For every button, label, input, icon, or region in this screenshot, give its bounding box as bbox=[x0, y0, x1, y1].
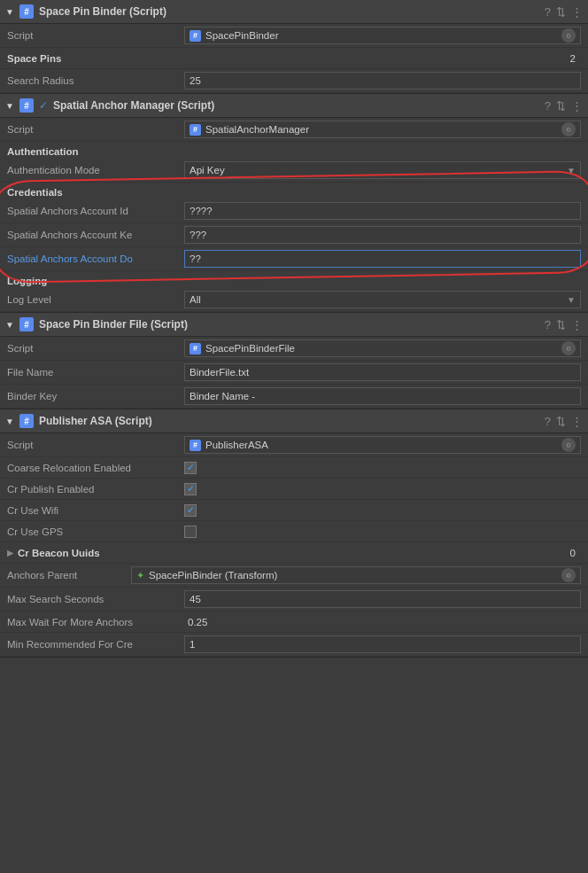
log-level-value: All bbox=[190, 294, 201, 305]
script-select-btn-3[interactable]: ○ bbox=[561, 341, 576, 355]
panel-header-icons-4: ? ⇅ ⋮ bbox=[545, 415, 583, 428]
account-key-input[interactable] bbox=[184, 226, 581, 244]
script-value-container-2[interactable]: # SpatialAnchorManager ○ bbox=[184, 121, 581, 138]
account-id-label: Spatial Anchors Account Id bbox=[7, 206, 184, 216]
help-icon-3[interactable]: ? bbox=[545, 318, 551, 331]
anchors-parent-label: Anchors Parent bbox=[7, 570, 131, 581]
account-domain-input[interactable] bbox=[184, 250, 581, 268]
script-row-2: Script # SpatialAnchorManager ○ bbox=[0, 118, 588, 142]
search-radius-label: Search Radius bbox=[7, 75, 184, 86]
space-pin-binder-file-header: ▼ # Space Pin Binder File (Script) ? ⇅ ⋮ bbox=[0, 313, 588, 337]
hash-icon: # bbox=[19, 4, 34, 19]
cr-publish-label: Cr Publish Enabled bbox=[7, 484, 184, 495]
coarse-relocation-label: Coarse Relocation Enabled bbox=[7, 463, 184, 473]
max-wait-value: 0.25 bbox=[184, 617, 581, 627]
cr-beacon-uuids-row: ▶ Cr Beacon Uuids 0 bbox=[0, 542, 588, 564]
script-name-3: SpacePinBinderFile bbox=[205, 343, 557, 354]
account-id-input[interactable] bbox=[184, 202, 581, 220]
script-hash-icon: # bbox=[190, 30, 201, 42]
anchors-parent-value: SpacePinBinder (Transform) bbox=[149, 570, 557, 581]
publisher-asa-panel: ▼ # Publisher ASA (Script) ? ⇅ ⋮ Script … bbox=[0, 409, 588, 658]
credentials-section: Credentials bbox=[0, 183, 588, 199]
enabled-checkmark[interactable]: ✓ bbox=[39, 99, 48, 112]
space-pin-binder-panel: ▼ # Space Pin Binder (Script) ? ⇅ ⋮ Scri… bbox=[0, 0, 588, 94]
script-value-container[interactable]: # SpacePinBinder ○ bbox=[184, 27, 581, 44]
cr-use-wifi-label: Cr Use Wifi bbox=[7, 505, 184, 516]
settings-icon-2[interactable]: ⇅ bbox=[556, 99, 566, 113]
cr-beacon-label-container: ▶ Cr Beacon Uuids bbox=[7, 548, 570, 558]
cr-beacon-arrow[interactable]: ▶ bbox=[7, 549, 13, 557]
more-icon-2[interactable]: ⋮ bbox=[571, 99, 583, 113]
script-value-container-3[interactable]: # SpacePinBinderFile ○ bbox=[184, 339, 581, 357]
script-label-4: Script bbox=[7, 440, 184, 450]
log-level-label: Log Level bbox=[7, 294, 184, 305]
transform-icon: ✦ bbox=[136, 570, 144, 581]
file-name-label: File Name bbox=[7, 367, 184, 378]
max-wait-row: Max Wait For More Anchors 0.25 bbox=[0, 612, 588, 633]
max-search-seconds-input[interactable] bbox=[184, 590, 581, 608]
panel-header-icons: ? ⇅ ⋮ bbox=[545, 5, 583, 19]
binder-key-input[interactable] bbox=[184, 387, 581, 405]
cr-use-gps-checkbox[interactable] bbox=[184, 526, 197, 538]
script-hash-icon-3: # bbox=[190, 343, 201, 355]
script-value-container-4[interactable]: # PublisherASA ○ bbox=[184, 436, 581, 454]
account-key-label: Spatial Anchors Account Ke bbox=[7, 230, 184, 240]
settings-icon-4[interactable]: ⇅ bbox=[556, 415, 566, 428]
binder-key-row: Binder Key bbox=[0, 385, 588, 409]
help-icon-4[interactable]: ? bbox=[545, 415, 551, 428]
cr-use-wifi-checkbox[interactable] bbox=[184, 504, 197, 517]
panel-title-3: Space Pin Binder File (Script) bbox=[39, 318, 539, 331]
cr-use-gps-row: Cr Use GPS bbox=[0, 521, 588, 542]
account-domain-label: Spatial Anchors Account Do bbox=[7, 253, 184, 264]
coarse-relocation-checkbox[interactable] bbox=[184, 462, 197, 474]
authentication-section: Authentication bbox=[0, 142, 588, 159]
panel-title-2: Spatial Anchor Manager (Script) bbox=[53, 99, 539, 112]
search-radius-row: Search Radius bbox=[0, 69, 588, 93]
anchors-parent-value-container[interactable]: ✦ SpacePinBinder (Transform) ○ bbox=[131, 566, 581, 584]
cr-publish-checkbox[interactable] bbox=[184, 483, 197, 495]
auth-mode-select[interactable]: Api Key ▼ bbox=[184, 161, 581, 179]
panel-header-icons-2: ? ⇅ ⋮ bbox=[545, 99, 583, 113]
panel-header-icons-3: ? ⇅ ⋮ bbox=[545, 318, 583, 331]
cr-use-wifi-row: Cr Use Wifi bbox=[0, 500, 588, 521]
help-icon[interactable]: ? bbox=[545, 5, 551, 19]
more-icon-4[interactable]: ⋮ bbox=[571, 415, 583, 428]
log-level-select[interactable]: All ▼ bbox=[184, 291, 581, 308]
panel-title-4: Publisher ASA (Script) bbox=[39, 415, 539, 427]
cr-use-gps-label: Cr Use GPS bbox=[7, 526, 184, 537]
anchors-parent-row: Anchors Parent ✦ SpacePinBinder (Transfo… bbox=[0, 564, 588, 588]
search-radius-input[interactable] bbox=[184, 72, 581, 90]
more-icon-3[interactable]: ⋮ bbox=[571, 318, 583, 331]
select-arrow-icon: ▼ bbox=[567, 166, 576, 175]
script-select-btn-4[interactable]: ○ bbox=[561, 438, 576, 452]
script-row-3: Script # SpacePinBinderFile ○ bbox=[0, 337, 588, 361]
script-select-btn-2[interactable]: ○ bbox=[561, 122, 576, 136]
collapse-arrow-3[interactable]: ▼ bbox=[5, 320, 14, 330]
file-name-row: File Name bbox=[0, 361, 588, 385]
collapse-arrow[interactable]: ▼ bbox=[5, 7, 14, 17]
logging-section: Logging bbox=[0, 271, 588, 288]
max-search-seconds-label: Max Search Seconds bbox=[7, 594, 184, 604]
account-domain-row: Spatial Anchors Account Do bbox=[0, 247, 588, 271]
script-name: SpacePinBinder bbox=[205, 30, 557, 41]
select-arrow-icon-2: ▼ bbox=[567, 295, 576, 305]
space-pins-label: Space Pins bbox=[7, 53, 570, 64]
hash-icon-4: # bbox=[19, 414, 34, 428]
settings-icon-3[interactable]: ⇅ bbox=[556, 318, 566, 331]
help-icon-2[interactable]: ? bbox=[545, 99, 551, 113]
more-icon[interactable]: ⋮ bbox=[571, 5, 583, 19]
spatial-anchor-manager-header: ▼ # ✓ Spatial Anchor Manager (Script) ? … bbox=[0, 94, 588, 118]
script-hash-icon-2: # bbox=[190, 124, 201, 136]
account-id-row: Spatial Anchors Account Id bbox=[0, 199, 588, 223]
script-select-btn[interactable]: ○ bbox=[561, 28, 576, 43]
min-recommended-input[interactable] bbox=[184, 635, 581, 653]
collapse-arrow-4[interactable]: ▼ bbox=[5, 417, 14, 426]
max-wait-label: Max Wait For More Anchors bbox=[7, 617, 184, 627]
settings-icon[interactable]: ⇅ bbox=[556, 5, 566, 19]
space-pins-value: 2 bbox=[570, 53, 581, 64]
hash-icon-3: # bbox=[19, 317, 34, 331]
anchors-parent-select-btn[interactable]: ○ bbox=[561, 568, 576, 582]
max-search-seconds-row: Max Search Seconds bbox=[0, 588, 588, 612]
collapse-arrow-2[interactable]: ▼ bbox=[5, 101, 14, 111]
file-name-input[interactable] bbox=[184, 363, 581, 381]
